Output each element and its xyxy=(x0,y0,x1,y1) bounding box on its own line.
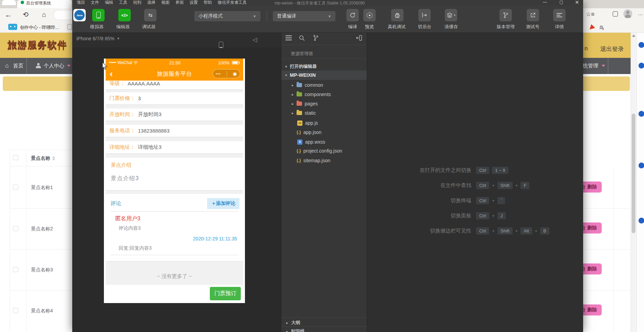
scm-branch-icon[interactable] xyxy=(312,34,319,41)
sidebar-app-icon[interactable] xyxy=(638,218,644,224)
table-header-cell[interactable]: 景点名称 xyxy=(31,155,55,162)
user-avatar[interactable]: Java xyxy=(73,9,86,21)
compile-mode-select[interactable]: 普通编译 ▼ xyxy=(273,11,335,21)
bookmark-creation-center[interactable]: 创作中心 - 哔哩哔... xyxy=(20,24,59,31)
table-cell-name: 景点名称2 xyxy=(31,226,53,232)
sort-icon[interactable] xyxy=(52,156,55,160)
capsule-home-icon[interactable]: ◉ xyxy=(233,71,237,76)
keycap: Ctrl xyxy=(476,167,489,174)
test-account-button[interactable] xyxy=(527,9,539,21)
folder-icon xyxy=(297,102,302,106)
editor-toggle-button[interactable]: </> xyxy=(118,9,131,21)
external-link-icon xyxy=(530,12,536,18)
folder-name: static xyxy=(305,110,316,116)
divider xyxy=(281,317,367,318)
caret-right-icon: ▸ xyxy=(292,111,294,115)
simulator-toggle-button[interactable] xyxy=(92,9,105,21)
caret-right-icon: ▸ xyxy=(292,92,294,97)
search-icon[interactable] xyxy=(299,35,305,41)
js-file-icon: JS xyxy=(297,121,302,126)
minimize-icon[interactable]: — xyxy=(543,0,547,4)
row-checkbox[interactable] xyxy=(13,226,18,231)
capsule-menu[interactable]: ••• ◉ xyxy=(213,69,240,78)
to-background-button[interactable] xyxy=(418,9,431,21)
nav-item-personal[interactable]: 个人中心 xyxy=(44,63,64,69)
scrollbar-up-icon[interactable] xyxy=(632,34,635,37)
tree-file-sitemap[interactable]: {.} sitemap.json xyxy=(297,158,330,163)
username-fragment: n xyxy=(584,45,588,52)
outline-section[interactable]: ▸ 大纲 xyxy=(286,320,300,326)
tree-file-projectconfig[interactable]: {.} project.config.json xyxy=(297,148,342,154)
nav-item-home[interactable]: 首页 xyxy=(13,63,23,69)
caret-down-icon: ▾ xyxy=(285,64,287,69)
shortcut-row: 在打开的文件之间切换 Ctrl 1 ~ 9 xyxy=(372,167,508,174)
close-icon[interactable]: ✕ xyxy=(575,0,579,5)
bookmark-bird[interactable]: 鸟 xyxy=(599,25,604,31)
sidebar-app-icon[interactable] xyxy=(638,63,644,69)
plus-sign: + xyxy=(492,228,495,234)
compile-button[interactable] xyxy=(346,9,359,21)
sound-icon[interactable]: ◁ xyxy=(253,36,257,43)
clear-cache-label: 清缓存 xyxy=(444,24,458,30)
open-editors-label: 打开的编辑器 xyxy=(290,63,317,70)
version-manage-label: 版本管理 xyxy=(497,24,515,30)
preview-button[interactable] xyxy=(363,9,376,21)
tree-folder-pages[interactable]: ▸ pages xyxy=(292,101,318,106)
tree-folder-common[interactable]: ▸ common xyxy=(292,82,323,88)
shortcut-label: 切换面板 xyxy=(372,212,471,219)
page-bookmark-icon[interactable] xyxy=(67,24,72,30)
table-border xyxy=(10,150,10,331)
timeline-section[interactable]: ▸ 时间线 xyxy=(286,328,305,332)
capsule-more-icon[interactable]: ••• xyxy=(216,72,221,76)
more-menu-icon[interactable]: … xyxy=(638,10,643,16)
project-root[interactable]: ▾ MP-WEIXIN xyxy=(285,72,316,78)
sidebar-app-icon[interactable] xyxy=(638,163,644,168)
table-cell-name: 景点名称1 xyxy=(31,185,53,191)
logout-link[interactable]: 退出登录 xyxy=(600,45,624,53)
favorites-list-icon[interactable]: ☆≡ xyxy=(586,11,594,18)
tree-file-appwxss[interactable]: S app.wxss xyxy=(297,139,325,145)
row-checkbox[interactable] xyxy=(13,185,18,190)
mode-select[interactable]: 小程序模式 ▼ xyxy=(194,11,260,21)
details-button[interactable] xyxy=(553,9,566,21)
version-manage-button[interactable] xyxy=(500,9,512,21)
add-comment-button[interactable]: ＋添加评论 xyxy=(207,198,239,209)
row-checkbox[interactable] xyxy=(13,308,18,313)
sidebar-app-icon[interactable] xyxy=(638,111,644,117)
phone-screen: ••••• WeChat 21:50 100% ‹ 旅游服务平台 ••• ◉ 等… xyxy=(104,59,245,303)
row-checkbox[interactable] xyxy=(13,267,18,272)
book-ticket-button[interactable]: 门票预订 xyxy=(210,287,241,300)
table-cell-name: 景点名称4 xyxy=(31,308,53,314)
nav-divider-right xyxy=(608,58,608,74)
select-all-checkbox[interactable] xyxy=(13,155,18,160)
back-icon[interactable]: ← xyxy=(5,11,12,18)
compile-label: 编译 xyxy=(348,24,357,30)
browser-tab-fragment[interactable] xyxy=(2,0,16,5)
git-branch-icon xyxy=(502,12,509,19)
file-name: app.wxss xyxy=(305,139,325,145)
bilibili-icon[interactable] xyxy=(8,24,17,30)
open-editors-section[interactable]: ▾ 打开的编辑器 xyxy=(285,63,317,70)
tree-folder-static[interactable]: ▸ static xyxy=(292,110,316,116)
browser-active-tab[interactable]: 后台管理系统 xyxy=(17,0,72,8)
tree-file-appjson[interactable]: {.} app.json xyxy=(297,129,322,135)
home-icon[interactable]: ⌂ xyxy=(42,11,46,18)
refresh-icon[interactable]: ⟲ xyxy=(23,11,29,18)
tree-file-appjs[interactable]: JS app.js xyxy=(297,120,318,126)
collapse-sidebar-icon[interactable] xyxy=(356,35,362,41)
scrollbar-thumb[interactable] xyxy=(632,114,635,233)
sidebar-app-icon[interactable] xyxy=(638,42,644,48)
add-comment-label: ＋添加评论 xyxy=(211,200,235,207)
maximize-icon[interactable]: ▢ xyxy=(559,0,563,4)
profile-avatar[interactable] xyxy=(623,9,632,18)
to-background-icon xyxy=(421,12,428,19)
clear-cache-button[interactable]: ▼ xyxy=(445,9,457,21)
list-view-icon[interactable] xyxy=(286,35,292,40)
comment-reply: 回复:回复内容3 xyxy=(119,245,152,251)
remote-debug-button[interactable] xyxy=(391,9,404,21)
collections-icon[interactable] xyxy=(613,11,618,17)
rotate-device-icon[interactable] xyxy=(219,42,223,49)
debugger-toggle-button[interactable]: ⇆ xyxy=(144,9,157,21)
tree-folder-components[interactable]: ▸ components xyxy=(292,92,331,97)
device-select[interactable]: iPhone 6/7/8 85% ▼ xyxy=(76,36,120,41)
